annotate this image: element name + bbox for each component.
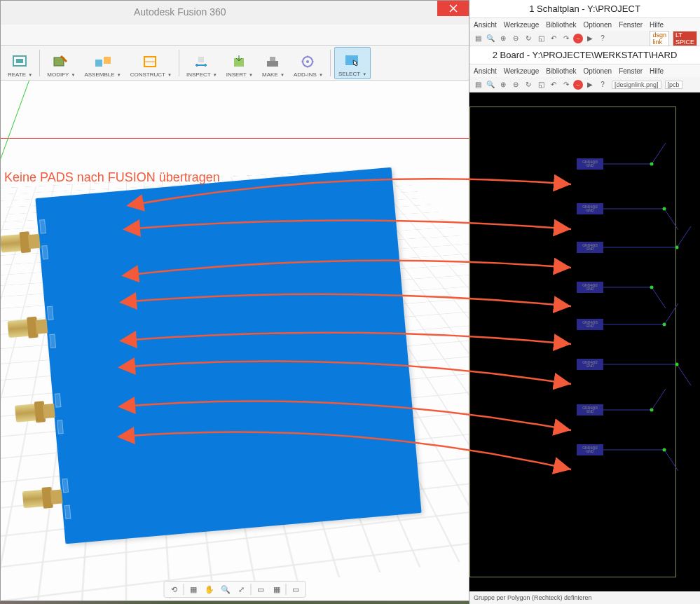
zoom-in-icon[interactable]: ⊕ xyxy=(497,79,509,90)
board-statusbar: Gruppe per Polygon (Rechteck) definieren xyxy=(469,591,700,604)
sma-connector[interactable] xyxy=(15,400,57,425)
menu-fenster[interactable]: Fenster xyxy=(619,67,643,75)
go-icon[interactable]: ▶ xyxy=(584,33,596,44)
menu-ansicht[interactable]: Ansicht xyxy=(474,21,497,29)
fusion-canvas[interactable]: Keine PADS nach FUSION übertragen ⟲ ▦ ✋ … xyxy=(1,81,469,600)
schematic-menubar: AnsichtWerkzeugeBibliothekOptionenFenste… xyxy=(469,18,700,31)
pan-icon[interactable]: ✋ xyxy=(203,582,217,596)
menu-bibliothek[interactable]: Bibliothek xyxy=(546,67,576,75)
fusion-title: Autodesk Fusion 360 xyxy=(134,6,226,18)
svg-rect-3 xyxy=(95,60,102,67)
board-canvas[interactable]: GND4@3GNDGND4@2GNDGND4@3GNDGND4@2GNDGND4… xyxy=(469,92,700,591)
toolbar-construct[interactable]: CONSTRUCT ▼ xyxy=(127,47,175,79)
zoom-fit-icon[interactable]: 🔍 xyxy=(485,79,496,90)
zoom-fit-icon[interactable]: 🔍 xyxy=(485,33,496,44)
tab-designlink[interactable]: [designlink.png] xyxy=(612,81,661,89)
insert-icon xyxy=(231,54,249,69)
annotation-text: Keine PADS nach FUSION übertragen xyxy=(4,170,220,185)
fusion-quickaccess[interactable] xyxy=(1,25,469,46)
designlink-badge[interactable]: dsgnlink xyxy=(650,31,669,46)
menu-hilfe[interactable]: Hilfe xyxy=(650,21,664,29)
construct-icon xyxy=(142,54,160,69)
help-icon[interactable]: ? xyxy=(597,79,608,90)
zoom-select-icon[interactable]: ◱ xyxy=(535,79,547,90)
pad-GND4@3[interactable]: GND4@3GND xyxy=(577,404,603,416)
layers-icon[interactable]: ▤ xyxy=(472,33,483,44)
stop-icon[interactable]: – xyxy=(573,34,583,43)
pad-GND4@2[interactable]: GND4@2GND xyxy=(577,282,603,293)
close-icon xyxy=(449,4,458,13)
undo-icon[interactable]: ↶ xyxy=(548,33,559,44)
spice-badge[interactable]: LTSPICE xyxy=(673,31,697,46)
toolbar-inspect[interactable]: INSPECT ▼ xyxy=(183,47,221,79)
missing-pad-outline xyxy=(49,334,56,348)
create-icon xyxy=(11,54,29,69)
fusion-window: Autodesk Fusion 360 REATE ▼ MODIFY ▼ ASS… xyxy=(0,0,469,601)
sma-connector[interactable] xyxy=(22,486,64,510)
zoom-select-icon[interactable]: ◱ xyxy=(535,33,547,44)
toolbar-modify[interactable]: MODIFY ▼ xyxy=(43,47,78,79)
menu-bibliothek[interactable]: Bibliothek xyxy=(546,21,576,29)
go-icon[interactable]: ▶ xyxy=(584,79,596,90)
sma-connector[interactable] xyxy=(7,315,49,340)
zoom-redraw-icon[interactable]: ↻ xyxy=(523,33,534,44)
redo-icon[interactable]: ↷ xyxy=(561,79,572,90)
zoom-icon[interactable]: 🔍 xyxy=(219,582,233,596)
pcb-body[interactable] xyxy=(35,167,421,544)
missing-pad-outline xyxy=(64,505,71,520)
grid-icon[interactable]: ▦ xyxy=(270,582,284,596)
redo-icon[interactable]: ↷ xyxy=(561,33,572,44)
close-button[interactable] xyxy=(437,1,469,16)
pad-GND4@2[interactable]: GND4@2GND xyxy=(577,444,603,455)
layers-icon[interactable]: ▤ xyxy=(472,79,483,90)
stop-icon[interactable]: – xyxy=(573,80,583,90)
pad-GND4@2[interactable]: GND4@2GND xyxy=(577,203,603,214)
menu-hilfe[interactable]: Hilfe xyxy=(650,67,664,75)
menu-werkzeuge[interactable]: Werkzeuge xyxy=(504,67,539,75)
menu-optionen[interactable]: Optionen xyxy=(584,67,612,75)
schematic-title[interactable]: 1 Schaltplan - Y:\PROJECT xyxy=(469,0,700,18)
schematic-toolbar: ▤ 🔍 ⊕ ⊖ ↻ ◱ ↶ ↷ – ▶ ? dsgnlink LTSPICE xyxy=(469,31,700,46)
pad-GND4@3[interactable]: GND4@3GND xyxy=(577,319,603,330)
toolbar-assemble[interactable]: ASSEMBLE ▼ xyxy=(81,47,124,79)
pad-GND4@3[interactable]: GND4@3GND xyxy=(577,242,603,253)
menu-ansicht[interactable]: Ansicht xyxy=(474,67,497,75)
help-icon[interactable]: ? xyxy=(597,33,608,44)
zoom-out-icon[interactable]: ⊖ xyxy=(510,79,521,90)
board-title[interactable]: 2 Board - Y:\PROJECTE\WERKSTATT\HARD xyxy=(469,46,700,64)
orbit-icon[interactable]: ⟲ xyxy=(167,582,181,596)
look-icon[interactable]: ▦ xyxy=(186,582,200,596)
sma-connector[interactable] xyxy=(1,231,42,255)
status-text: Gruppe per Polygon (Rechteck) definieren xyxy=(474,594,592,601)
zoom-redraw-icon[interactable]: ↻ xyxy=(523,79,534,90)
menu-werkzeuge[interactable]: Werkzeuge xyxy=(504,21,539,29)
tab-pcb[interactable]: [pcb xyxy=(665,81,682,89)
assemble-icon xyxy=(94,54,112,69)
menu-fenster[interactable]: Fenster xyxy=(619,21,643,29)
svg-point-12 xyxy=(306,60,309,63)
missing-pad-outline xyxy=(39,219,46,234)
board-toolbar: ▤ 🔍 ⊕ ⊖ ↻ ◱ ↶ ↷ – ▶ ? [designlink.png] [… xyxy=(469,77,700,92)
missing-pad-outline xyxy=(47,306,54,321)
toolbar-insert[interactable]: INSERT ▼ xyxy=(223,47,256,79)
svg-rect-1 xyxy=(16,59,23,63)
svg-point-15 xyxy=(663,207,666,211)
zoom-out-icon[interactable]: ⊖ xyxy=(510,33,521,44)
missing-pad-outline xyxy=(41,245,48,260)
fit-icon[interactable]: ⤢ xyxy=(235,582,249,596)
menu-optionen[interactable]: Optionen xyxy=(584,21,612,29)
pad-GND4@2[interactable]: GND4@2GND xyxy=(577,359,603,370)
display-icon[interactable]: ▭ xyxy=(254,582,268,596)
toolbar-select[interactable]: SELECT ▼ xyxy=(334,47,371,79)
svg-point-18 xyxy=(663,323,666,327)
pad-GND4@3[interactable]: GND4@3GND xyxy=(577,158,603,170)
zoom-in-icon[interactable]: ⊕ xyxy=(497,33,509,44)
inspect-icon xyxy=(193,54,211,69)
fusion-titlebar[interactable]: Autodesk Fusion 360 xyxy=(1,1,469,25)
undo-icon[interactable]: ↶ xyxy=(548,79,559,90)
toolbar-reate[interactable]: REATE ▼ xyxy=(4,47,36,79)
missing-pad-outline xyxy=(57,420,64,434)
toolbar-make[interactable]: MAKE ▼ xyxy=(259,47,288,79)
toolbar-add-ins[interactable]: ADD-INS ▼ xyxy=(290,47,327,79)
viewport-icon[interactable]: ▭ xyxy=(289,582,303,596)
